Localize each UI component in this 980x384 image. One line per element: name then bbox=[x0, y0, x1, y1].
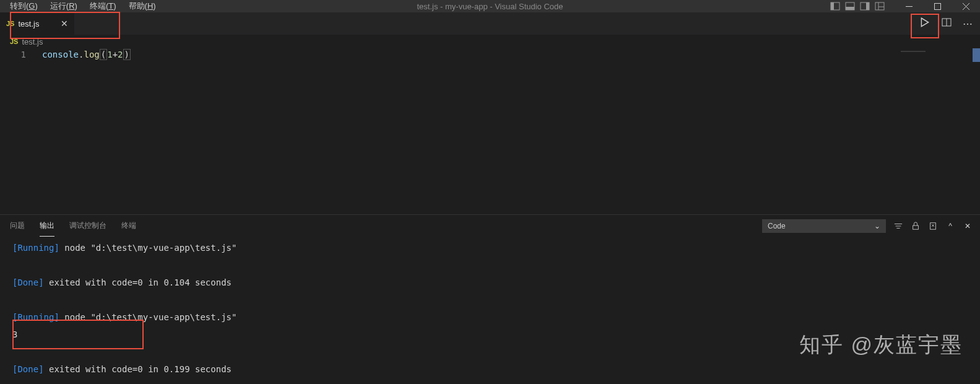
split-editor-icon[interactable] bbox=[939, 15, 954, 32]
menu-items: 转到(G) 运行(R) 终端(T) 帮助(H) bbox=[0, 0, 161, 13]
layout-customize-icon[interactable] bbox=[875, 1, 885, 11]
line-gutter: 1 bbox=[0, 48, 42, 214]
menu-help[interactable]: 帮助(H) bbox=[124, 0, 161, 13]
tab-label: test.js bbox=[18, 19, 39, 28]
breadcrumb[interactable]: JS test.js bbox=[0, 35, 980, 48]
chevron-down-icon: ⌄ bbox=[874, 222, 880, 230]
panel-tab-terminal[interactable]: 终端 bbox=[121, 216, 136, 236]
svg-rect-1 bbox=[831, 2, 834, 10]
window-title: test.js - my-vue-app - Visual Studio Cod… bbox=[417, 2, 563, 11]
editor-actions: ⋯ bbox=[917, 12, 975, 35]
panel-tab-output[interactable]: 输出 bbox=[40, 216, 54, 237]
watermark: 知乎 @灰蓝宇墨 bbox=[799, 331, 963, 359]
editor-scrollbar[interactable] bbox=[973, 48, 980, 214]
panel-tabs: 问题 输出 调试控制台 终端 Code ⌄ ^ ✕ bbox=[0, 215, 980, 237]
scroll-thumb[interactable] bbox=[973, 48, 980, 62]
window-controls bbox=[830, 0, 980, 12]
panel-tab-problems[interactable]: 问题 bbox=[10, 216, 25, 236]
filter-icon[interactable] bbox=[893, 221, 903, 231]
js-file-icon: JS bbox=[6, 20, 14, 27]
svg-rect-19 bbox=[913, 225, 919, 229]
maximize-button[interactable] bbox=[923, 0, 952, 12]
tab-testjs[interactable]: JS test.js ✕ bbox=[0, 12, 74, 35]
menu-goto[interactable]: 转到(G) bbox=[5, 0, 43, 13]
more-actions-icon[interactable]: ⋯ bbox=[960, 15, 975, 32]
close-window-button[interactable] bbox=[952, 0, 980, 12]
code-editor[interactable]: 1 console.log(1+2) bbox=[0, 48, 980, 214]
run-code-button[interactable] bbox=[917, 14, 933, 33]
close-panel-icon[interactable]: ✕ bbox=[963, 221, 973, 231]
menu-bar: 转到(G) 运行(R) 终端(T) 帮助(H) test.js - my-vue… bbox=[0, 0, 980, 12]
panel-tab-debug-console[interactable]: 调试控制台 bbox=[69, 216, 106, 236]
layout-sidebar-left-icon[interactable] bbox=[830, 1, 840, 11]
minimap[interactable] bbox=[898, 48, 973, 214]
output-channel-select[interactable]: Code ⌄ bbox=[762, 219, 886, 233]
svg-rect-20 bbox=[930, 222, 936, 229]
svg-rect-3 bbox=[846, 7, 854, 10]
clear-output-icon[interactable] bbox=[928, 221, 938, 231]
svg-rect-6 bbox=[875, 2, 884, 10]
svg-rect-10 bbox=[934, 3, 940, 9]
layout-panel-bottom-icon[interactable] bbox=[845, 1, 855, 11]
lock-icon[interactable] bbox=[911, 221, 921, 231]
menu-terminal[interactable]: 终端(T) bbox=[85, 0, 121, 13]
layout-sidebar-right-icon[interactable] bbox=[860, 1, 870, 11]
menu-run[interactable]: 运行(R) bbox=[45, 0, 82, 13]
panel-actions: Code ⌄ ^ ✕ bbox=[762, 219, 973, 233]
svg-marker-13 bbox=[921, 18, 928, 27]
svg-rect-5 bbox=[866, 2, 869, 10]
js-file-icon: JS bbox=[10, 38, 18, 45]
maximize-panel-icon[interactable]: ^ bbox=[945, 221, 955, 231]
editor-tabs: JS test.js ✕ ⋯ bbox=[0, 12, 980, 35]
line-number: 1 bbox=[0, 50, 26, 59]
code-content[interactable]: console.log(1+2) bbox=[42, 48, 131, 214]
output-channel-value: Code bbox=[768, 222, 786, 230]
minimize-button[interactable] bbox=[895, 0, 923, 12]
close-tab-icon[interactable]: ✕ bbox=[61, 19, 68, 28]
breadcrumb-file: test.js bbox=[22, 37, 43, 46]
